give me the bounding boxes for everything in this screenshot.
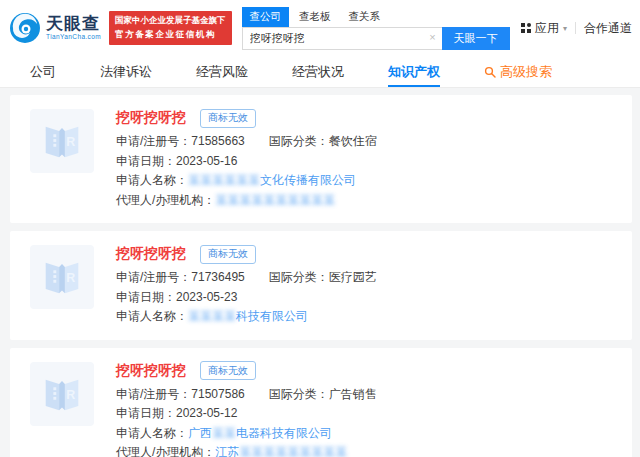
tab-lawsuits[interactable]: 法律诉讼 bbox=[100, 56, 152, 87]
gov-certification-badge: 国家中小企业发展子基金旗下 官方备案企业征信机构 bbox=[109, 11, 232, 45]
search-tab-boss[interactable]: 查老板 bbox=[291, 7, 339, 27]
trademark-thumbnail[interactable]: R bbox=[30, 109, 94, 173]
visible-text: 江苏 bbox=[215, 445, 239, 457]
reg-no-value: 71507586 bbox=[191, 385, 244, 405]
intl-class-label: 国际分类： bbox=[269, 385, 329, 405]
applicant-label: 申请人名称： bbox=[116, 424, 188, 444]
trademark-status-badge: 商标无效 bbox=[200, 109, 256, 128]
tab-business-status[interactable]: 经营状况 bbox=[292, 56, 344, 87]
apply-date-value: 2023-05-16 bbox=[176, 152, 237, 172]
reg-no-value: 71736495 bbox=[191, 268, 244, 288]
result-category-nav: 公司 法律诉讼 经营风险 经营状况 知识产权 高级搜索 bbox=[0, 56, 640, 88]
visible-text: 广西 bbox=[188, 426, 212, 440]
trademark-status-badge: 商标无效 bbox=[200, 361, 256, 380]
trademark-card: R 挖呀挖呀挖 商标无效 申请/注册号： 71507586 国际分类： 广告销售… bbox=[10, 348, 632, 457]
svg-text:R: R bbox=[66, 271, 75, 285]
tab-business-risk[interactable]: 经营风险 bbox=[196, 56, 248, 87]
trademark-status-badge: 商标无效 bbox=[200, 245, 256, 264]
agent-link[interactable]: 某某某某某某某某某某 bbox=[215, 191, 335, 211]
applicant-link[interactable]: 某某某某科技有限公司 bbox=[188, 307, 308, 327]
trademark-book-icon: R bbox=[39, 371, 85, 417]
brand-name: 天眼查 bbox=[46, 15, 101, 32]
redacted-text: 某某某某某某 bbox=[188, 173, 260, 187]
reg-no-label: 申请/注册号： bbox=[116, 268, 191, 288]
trademark-result-list: R 挖呀挖呀挖 商标无效 申请/注册号： 71585663 国际分类： 餐饮住宿… bbox=[0, 88, 640, 457]
search-type-tabs: 查公司 查老板 查关系 bbox=[242, 7, 510, 27]
applicant-link[interactable]: 某某某某某某文化传播有限公司 bbox=[188, 171, 356, 191]
intl-class-value: 广告销售 bbox=[329, 385, 377, 405]
redacted-text: 某某某某某某某某某某 bbox=[215, 193, 335, 207]
trademark-book-icon: R bbox=[39, 118, 85, 164]
top-header: 天眼查 TianYanCha.com 国家中小企业发展子基金旗下 官方备案企业征… bbox=[0, 0, 640, 56]
tianyancha-logo[interactable]: 天眼查 TianYanCha.com bbox=[8, 11, 101, 45]
top-right-menu: 应用 ▾ 合作通道 bbox=[521, 20, 634, 37]
advanced-search-label: 高级搜索 bbox=[500, 63, 552, 81]
applicant-label: 申请人名称： bbox=[116, 307, 188, 327]
gov-badge-line1: 国家中小企业发展子基金旗下 bbox=[115, 15, 226, 27]
apps-grid-icon bbox=[521, 23, 531, 33]
apps-label: 应用 bbox=[535, 20, 559, 37]
partner-channel-link[interactable]: 合作通道 bbox=[584, 20, 632, 37]
search-tab-relation[interactable]: 查关系 bbox=[341, 7, 389, 27]
trademark-thumbnail[interactable]: R bbox=[30, 362, 94, 426]
search-button[interactable]: 天眼一下 bbox=[442, 27, 510, 50]
trademark-title[interactable]: 挖呀挖呀挖 bbox=[116, 362, 186, 380]
eye-logo-icon bbox=[8, 11, 42, 45]
intl-class-label: 国际分类： bbox=[269, 132, 329, 152]
agent-label: 代理人/办理机构： bbox=[116, 191, 215, 211]
search-icon bbox=[484, 66, 496, 78]
trademark-title[interactable]: 挖呀挖呀挖 bbox=[116, 109, 186, 127]
reg-no-value: 71585663 bbox=[191, 132, 244, 152]
apply-date-label: 申请日期： bbox=[116, 404, 176, 424]
reg-no-label: 申请/注册号： bbox=[116, 385, 191, 405]
intl-class-value: 医疗园艺 bbox=[329, 268, 377, 288]
tab-company[interactable]: 公司 bbox=[30, 56, 56, 87]
intl-class-label: 国际分类： bbox=[269, 268, 329, 288]
applicant-link[interactable]: 广西某某电器科技有限公司 bbox=[188, 424, 332, 444]
svg-text:R: R bbox=[66, 135, 75, 149]
trademark-card: R 挖呀挖呀挖 商标无效 申请/注册号： 71736495 国际分类： 医疗园艺… bbox=[10, 231, 632, 340]
visible-text: 科技有限公司 bbox=[236, 309, 308, 323]
agent-label: 代理人/办理机构： bbox=[116, 443, 215, 457]
apply-date-value: 2023-05-12 bbox=[176, 404, 237, 424]
apply-date-label: 申请日期： bbox=[116, 288, 176, 308]
applicant-label: 申请人名称： bbox=[116, 171, 188, 191]
trademark-title[interactable]: 挖呀挖呀挖 bbox=[116, 245, 186, 263]
clear-search-icon[interactable]: × bbox=[429, 31, 435, 43]
svg-text:R: R bbox=[66, 387, 75, 401]
menu-divider bbox=[575, 22, 576, 34]
reg-no-label: 申请/注册号： bbox=[116, 132, 191, 152]
apply-date-label: 申请日期： bbox=[116, 152, 176, 172]
tab-intellectual-property[interactable]: 知识产权 bbox=[388, 56, 440, 87]
redacted-text: 某某 bbox=[212, 426, 236, 440]
trademark-thumbnail[interactable]: R bbox=[30, 245, 94, 309]
apps-menu[interactable]: 应用 ▾ bbox=[521, 20, 567, 37]
chevron-down-icon: ▾ bbox=[563, 24, 567, 33]
apply-date-value: 2023-05-23 bbox=[176, 288, 237, 308]
visible-text: 文化传播有限公司 bbox=[260, 173, 356, 187]
trademark-card: R 挖呀挖呀挖 商标无效 申请/注册号： 71585663 国际分类： 餐饮住宿… bbox=[10, 95, 632, 223]
search-area: 查公司 查老板 查关系 × 天眼一下 bbox=[242, 7, 510, 50]
redacted-text: 某某某某 bbox=[188, 309, 236, 323]
intl-class-value: 餐饮住宿 bbox=[329, 132, 377, 152]
advanced-search-link[interactable]: 高级搜索 bbox=[484, 56, 552, 87]
redacted-text: 某某某某某某某某某 bbox=[239, 445, 347, 457]
gov-badge-line2: 官方备案企业征信机构 bbox=[115, 29, 226, 41]
agent-link[interactable]: 江苏某某某某某某某某某 bbox=[215, 443, 347, 457]
search-input[interactable] bbox=[242, 27, 442, 50]
brand-domain: TianYanCha.com bbox=[46, 34, 101, 41]
trademark-book-icon: R bbox=[39, 254, 85, 300]
visible-text: 电器科技有限公司 bbox=[236, 426, 332, 440]
search-tab-company[interactable]: 查公司 bbox=[242, 7, 290, 27]
